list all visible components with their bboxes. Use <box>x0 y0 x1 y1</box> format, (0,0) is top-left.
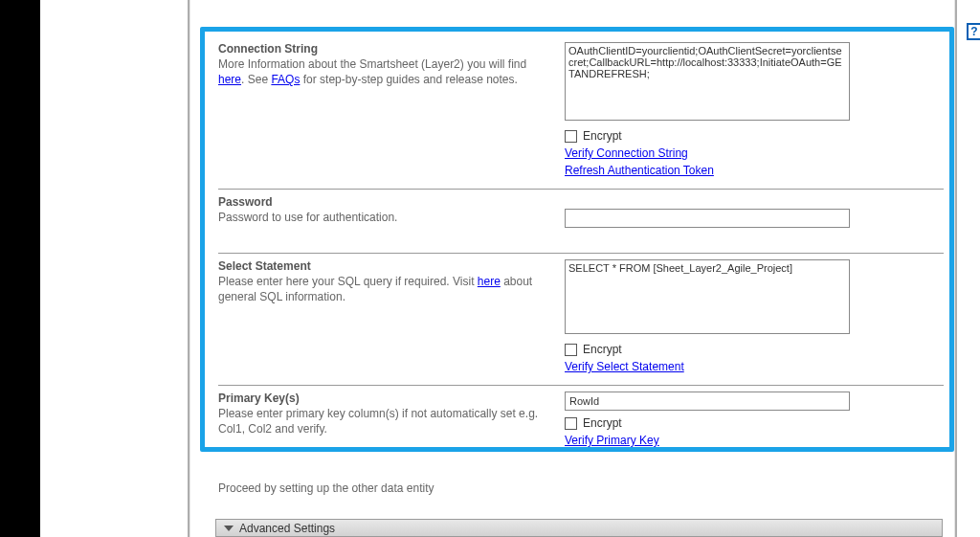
cs-desc-a: More Information about the Smartsheet (L… <box>218 57 526 71</box>
pk-desc: Please enter primary key column(s) if no… <box>218 406 547 436</box>
ss-encrypt-label: Encrypt <box>583 343 622 356</box>
left-black-margin <box>0 0 40 537</box>
verify-connection-string-link[interactable]: Verify Connection String <box>565 146 688 160</box>
verify-primary-key-link[interactable]: Verify Primary Key <box>565 434 659 447</box>
password-desc: Password to use for authentication. <box>218 210 547 225</box>
verify-select-statement-link[interactable]: Verify Select Statement <box>565 360 684 373</box>
proceed-text: Proceed by setting up the other data ent… <box>218 481 434 495</box>
cs-encrypt-label: Encrypt <box>583 129 622 143</box>
password-input[interactable] <box>565 209 850 228</box>
password-title: Password <box>218 195 547 209</box>
cs-desc-c: for step-by-step guides and release note… <box>300 73 517 86</box>
ss-desc-a: Please enter here your SQL query if requ… <box>218 275 478 288</box>
cs-encrypt-checkbox[interactable] <box>565 130 577 143</box>
ss-encrypt-checkbox[interactable] <box>565 344 577 356</box>
primary-key-input[interactable] <box>565 392 850 411</box>
chevron-down-icon <box>224 526 234 531</box>
form-content: Connection String More Information about… <box>218 42 944 447</box>
panel-left-border <box>188 0 189 537</box>
connection-string-title: Connection String <box>218 42 547 56</box>
panel-right-border <box>955 0 957 537</box>
pk-title: Primary Key(s) <box>218 392 547 405</box>
row-connection-string: Connection String More Information about… <box>218 42 944 185</box>
advanced-settings-label: Advanced Settings <box>239 522 335 535</box>
row-password: Password Password to use for authenticat… <box>218 195 944 249</box>
select-statement-input[interactable] <box>565 259 850 334</box>
divider-1 <box>218 189 944 190</box>
connection-string-input[interactable] <box>565 42 850 121</box>
divider-3 <box>218 385 944 386</box>
connection-string-desc: More Information about the Smartsheet (L… <box>218 56 547 87</box>
ss-link-here[interactable]: here <box>478 275 501 288</box>
pk-encrypt-label: Encrypt <box>583 416 622 430</box>
select-desc: Please enter here your SQL query if requ… <box>218 274 547 304</box>
refresh-auth-token-link[interactable]: Refresh Authentication Token <box>565 164 714 177</box>
row-primary-key: Primary Key(s) Please enter primary key … <box>218 392 944 447</box>
cs-link-faq[interactable]: FAQs <box>271 73 300 86</box>
cs-desc-b: . See <box>241 73 271 86</box>
pk-encrypt-checkbox[interactable] <box>565 417 577 430</box>
advanced-settings-bar[interactable]: Advanced Settings <box>215 519 943 537</box>
select-title: Select Statement <box>218 259 547 273</box>
divider-2 <box>218 253 944 254</box>
row-select-statement: Select Statement Please enter here your … <box>218 259 944 381</box>
cs-link-here[interactable]: here <box>218 73 241 86</box>
help-icon[interactable]: ? <box>967 23 980 40</box>
